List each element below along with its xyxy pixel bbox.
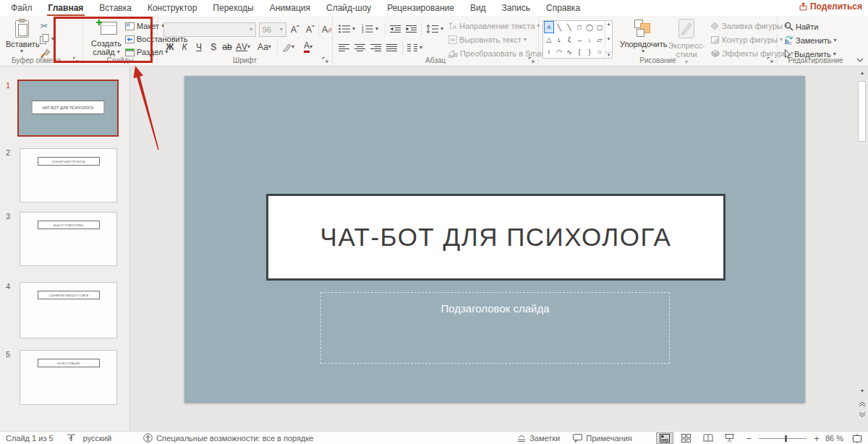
zoom-level[interactable]: 86 % [825,434,843,443]
zoom-out-button[interactable]: − [746,433,752,444]
tab-design[interactable]: Конструктор [140,0,205,17]
bullets-button[interactable]: ▾ [339,25,355,33]
paste-button[interactable]: Вставить ▾ [6,19,38,54]
shape-icon[interactable]: А [544,21,554,33]
find-button[interactable]: Найти [784,22,818,31]
new-slide-button[interactable]: Создать слайд▾ [89,19,124,56]
shape-icon[interactable]: ▢ [595,21,605,33]
scroll-up-arrow[interactable]: ▲ [857,70,867,75]
columns-button[interactable]: ▾ [407,43,422,52]
increase-indent-button[interactable] [406,25,417,33]
shape-icon[interactable]: ◯ [584,21,595,33]
font-size-combo[interactable]: 96▾ [259,22,286,37]
language-indicator[interactable]: русский [83,434,111,443]
arrange-button[interactable]: Упорядочить ▾ [620,19,666,54]
shape-icon[interactable]: ζ [564,33,574,46]
character-spacing-button[interactable]: АV▾ [236,40,250,54]
highlight-color-button[interactable]: ▾ [282,40,294,54]
shape-icon[interactable]: △ [544,33,554,46]
shape-icon[interactable]: □ [574,21,584,33]
tab-slideshow[interactable]: Слайд-шоу [318,0,379,17]
fit-slide-to-window-button[interactable] [852,434,862,443]
slide-title-placeholder[interactable]: ЧАТ-БОТ ДЛЯ ПСИХОЛОГА [266,194,726,281]
align-center-button[interactable] [354,43,365,52]
line-spacing-button[interactable]: ▾ [426,25,443,33]
slide-thumbnail-3[interactable]: ВЫБОР ПЛАТФОРМЫ [20,212,117,266]
scroll-down-arrow[interactable]: ▼ [857,388,867,393]
comments-toggle[interactable]: Примечания [573,434,632,443]
underline-button[interactable]: Ч [193,40,205,54]
shape-icon[interactable]: ╲ [554,21,564,33]
shapes-scroll-up[interactable]: ▲ [607,22,611,26]
tab-record[interactable]: Запись [494,0,538,17]
share-button[interactable]: Поделиться [799,1,862,12]
slide-canvas[interactable]: ЧАТ-БОТ ДЛЯ ПСИХОЛОГА Подзаголовок слайд… [184,76,805,403]
zoom-in-button[interactable]: + [814,433,820,444]
shape-icon[interactable]: → [574,33,584,46]
slide-sorter-view-button[interactable] [678,432,695,444]
paragraph-dialog-launcher[interactable] [529,57,535,63]
tab-animations[interactable]: Анимация [262,0,318,17]
font-color-button[interactable]: А▾ [302,40,314,54]
strikethrough-button[interactable]: ab [221,40,233,54]
tab-transitions[interactable]: Переходы [205,0,261,17]
slide-subtitle-placeholder[interactable]: Подзаголовок слайда [320,292,670,364]
tab-review[interactable]: Рецензирование [379,0,462,17]
shapes-scroll-down[interactable]: ▼ [607,37,611,41]
cut-button[interactable]: ✂ [41,21,48,31]
slide-counter[interactable]: Слайд 1 из 5 [6,434,54,443]
slide-thumbnail-1[interactable]: ЧАТ-БОТ ДЛЯ ПСИХОЛОГА [17,80,119,137]
svg-text:c: c [789,40,792,46]
reading-view-button[interactable] [699,432,717,444]
tab-file[interactable]: Файл [3,0,41,17]
shape-icon[interactable]: ╲ [564,21,574,33]
align-right-button[interactable] [370,43,381,52]
align-left-button[interactable] [339,43,349,52]
shape-fill-button[interactable]: Заливка фигуры▾ [710,22,788,30]
italic-button[interactable]: К [179,40,190,54]
paragraph-group-label: Абзац [333,56,538,64]
clear-formatting-button[interactable]: А [321,23,333,36]
slide-thumbnail-4[interactable]: СЦЕНАРИИ КАЖДОГО ШАГА [20,282,117,338]
numbering-button[interactable]: 123▾ [362,25,378,33]
tab-insert[interactable]: Вставка [91,0,140,17]
next-slide-button[interactable] [859,411,866,417]
normal-view-button[interactable] [656,432,673,444]
clipboard-dialog-launcher[interactable] [73,57,79,63]
text-direction-button[interactable]: А Направление текста▾ [448,22,540,30]
accessibility-checker[interactable]: Специальные возможности: все в порядке [143,433,313,443]
shape-icon[interactable]: ʟ [554,33,564,46]
slide-thumbnail-2[interactable]: КОНЦЕПЦИЯ ПРОЕКТА [20,148,117,202]
shape-icon[interactable]: ↓ [584,33,595,46]
slide-thumbnail-5[interactable]: ИЛЛЮСТРАЦИИ [20,350,117,405]
share-icon [799,2,807,11]
collapse-ribbon-button[interactable] [856,58,864,62]
notes-toggle[interactable]: Заметки [517,434,560,443]
bold-button[interactable]: Ж [164,40,176,54]
shape-outline-button[interactable]: Контур фигуры▾ [710,35,783,44]
text-shadow-button[interactable]: S [208,40,219,54]
change-case-button[interactable]: Аа▾ [258,40,271,54]
shrink-font-button[interactable]: Аˇ [305,23,316,36]
grow-font-button[interactable]: Аˆ [289,23,301,36]
spellcheck-button[interactable] [67,434,76,442]
slideshow-view-button[interactable] [721,432,739,444]
font-name-combo[interactable]: ▾ [163,22,256,37]
drawing-dialog-launcher[interactable] [767,57,773,63]
replace-button[interactable]: bc Заменить▾ [784,35,836,45]
slideshow-icon [725,434,734,443]
justify-button[interactable] [386,43,397,52]
drawing-group-label: Рисование [539,56,777,64]
zoom-slider[interactable] [759,438,807,439]
copy-button[interactable]: ▾ [40,34,54,44]
scrollbar-thumb[interactable] [858,81,866,142]
shape-icon[interactable]: ▱ [595,33,605,46]
decrease-indent-button[interactable] [390,25,401,33]
previous-slide-button[interactable] [859,401,866,407]
tab-help[interactable]: Справка [538,0,588,17]
align-text-button[interactable]: Выровнять текст▾ [448,35,527,44]
zoom-slider-thumb[interactable] [785,435,787,442]
font-dialog-launcher[interactable] [323,57,328,63]
tab-home[interactable]: Главная [41,0,92,17]
tab-view[interactable]: Вид [462,0,494,17]
